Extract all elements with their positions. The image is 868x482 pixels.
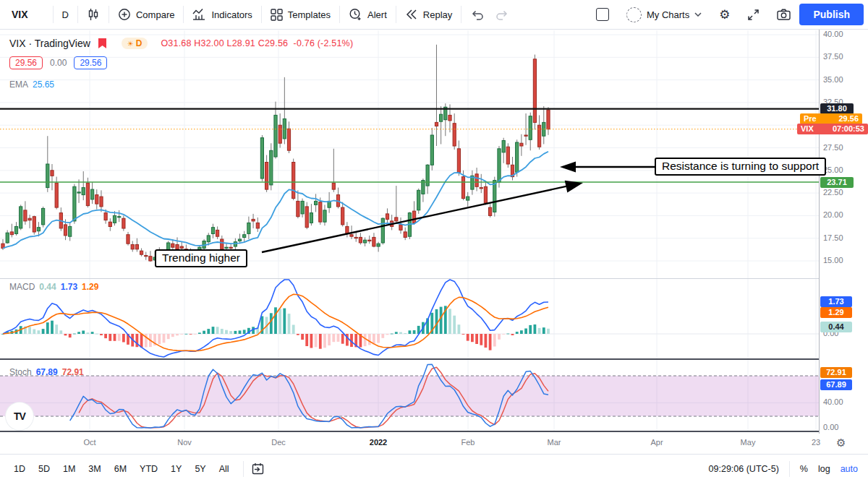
auto-scale-button[interactable]: auto (841, 464, 858, 474)
plus-circle-icon (118, 8, 131, 21)
stoch-d-value: 72.91 (62, 367, 84, 377)
time-label-Feb: Feb (461, 438, 475, 447)
interval-button[interactable]: D (54, 4, 77, 25)
goto-date-button[interactable] (251, 462, 265, 475)
ema-value: 25.65 (33, 79, 54, 90)
top-toolbar: VIX D Compare (0, 0, 868, 30)
range-button-All[interactable]: All (214, 461, 234, 477)
redo-button[interactable] (493, 4, 518, 25)
tradingview-logo[interactable]: TV (6, 403, 33, 430)
range-button-1D[interactable]: 1D (9, 461, 30, 477)
change-box: 0.00 (50, 58, 67, 68)
range-buttons: 1D5D1M3M6MYTD1Y5YAll (0, 461, 236, 477)
resistance-support-callout[interactable]: Resistance is turning to support (655, 158, 826, 176)
replay-label: Replay (423, 9, 452, 20)
candlestick-icon (87, 8, 100, 21)
macd-label: MACD (9, 282, 35, 292)
gear-icon: ⚙ (719, 9, 730, 21)
time-label-Oct: Oct (83, 438, 95, 447)
fullscreen-icon (747, 9, 760, 21)
camera-icon (777, 9, 791, 20)
session-label: D (136, 38, 142, 48)
stoch-k-value: 67.89 (36, 367, 58, 377)
session-pill: ☀ D (122, 38, 148, 49)
my-charts-label: My Charts (647, 9, 689, 20)
clock[interactable]: 09:29:06 (UTC-5) (709, 464, 779, 474)
log-scale-button[interactable]: log (818, 464, 830, 474)
price-legend-row: VIX · TradingView ☀ D O31.68 H32.00 L28.… (9, 38, 353, 49)
ohlc-values: O31.68 H32.00 L28.91 C29.56 -0.76 (-2.51… (161, 38, 353, 48)
indicators-label: Indicators (211, 9, 252, 20)
trending-higher-callout[interactable]: Trending higher (155, 249, 247, 267)
settings-button[interactable]: ⚙ (710, 4, 739, 25)
divider (789, 461, 790, 477)
time-label-2022: 2022 (370, 438, 387, 447)
redo-icon (495, 9, 509, 20)
time-label-Dec: Dec (271, 438, 286, 447)
macd-legend-row[interactable]: MACD 0.44 1.73 1.29 (9, 282, 98, 292)
bottom-right-controls: 09:29:06 (UTC-5) % log auto (709, 461, 868, 477)
range-button-5Y[interactable]: 5Y (190, 461, 210, 477)
range-button-5D[interactable]: 5D (33, 461, 55, 477)
axis-settings-gear-icon[interactable]: ⚙ (836, 436, 846, 449)
tv-logo-glyph: TV (14, 410, 25, 422)
publish-button[interactable]: Publish (799, 4, 864, 25)
undo-icon (470, 9, 485, 20)
layout-select-button[interactable] (587, 4, 618, 25)
time-label-May: May (741, 438, 756, 447)
bottom-toolbar: 1D5D1M3M6MYTD1Y5YAll 09:29:06 (UTC-5) % … (0, 454, 868, 482)
symbol-title[interactable]: VIX · TradingView (9, 38, 90, 49)
symbol-search-button[interactable]: VIX (0, 4, 53, 25)
cloud-icon (626, 7, 642, 22)
alert-clock-icon (349, 8, 362, 21)
time-axis[interactable]: OctNovDec2022FebMarAprMay23 (0, 0, 868, 482)
range-button-YTD[interactable]: YTD (135, 461, 163, 477)
snapshot-button[interactable] (768, 4, 799, 25)
indicators-icon (192, 8, 206, 21)
last-price-box[interactable]: 29.56 (9, 56, 43, 69)
replay-icon (405, 9, 418, 20)
ema-label: EMA (9, 79, 28, 90)
divider (243, 461, 244, 477)
time-label-Apr: Apr (650, 438, 663, 447)
premarket-sun-icon: ☀ (127, 40, 134, 48)
premarket-price-box[interactable]: 29.56 (74, 56, 107, 69)
indicators-button[interactable]: Indicators (184, 4, 260, 25)
stoch-label: Stoch (9, 367, 32, 377)
stoch-legend-row[interactable]: Stoch 67.89 72.91 (9, 367, 84, 377)
range-button-6M[interactable]: 6M (109, 461, 132, 477)
chevron-down-icon (694, 12, 702, 17)
macd-signal-value: 1.29 (82, 282, 98, 292)
time-label-23: 23 (812, 438, 820, 447)
macd-line-value: 1.73 (61, 282, 77, 292)
time-label-Nov: Nov (177, 438, 192, 447)
templates-button[interactable]: Templates (262, 4, 339, 25)
time-label-Mar: Mar (548, 438, 561, 447)
templates-icon (271, 9, 283, 21)
price-line-labels-row: 29.56 0.00 29.56 (9, 56, 107, 69)
templates-label: Templates (288, 9, 331, 20)
tradingview-window: VIX D Compare (0, 0, 868, 482)
undo-button[interactable] (461, 4, 493, 25)
range-button-1Y[interactable]: 1Y (166, 461, 187, 477)
fullscreen-button[interactable] (739, 4, 768, 25)
compare-label: Compare (136, 9, 174, 20)
alert-label: Alert (367, 9, 387, 20)
replay-button[interactable]: Replay (396, 4, 461, 25)
my-charts-button[interactable]: My Charts (618, 4, 710, 25)
chart-style-button[interactable] (78, 4, 109, 25)
range-button-3M[interactable]: 3M (83, 461, 106, 477)
percent-scale-button[interactable]: % (800, 464, 808, 474)
flag-icon[interactable] (98, 38, 107, 49)
compare-button[interactable]: Compare (109, 4, 183, 25)
alert-button[interactable]: Alert (340, 4, 396, 25)
single-layout-icon (596, 8, 609, 21)
ema-legend-row[interactable]: EMA 25.65 (9, 79, 54, 90)
range-button-1M[interactable]: 1M (58, 461, 80, 477)
macd-hist-value: 0.44 (39, 282, 56, 292)
